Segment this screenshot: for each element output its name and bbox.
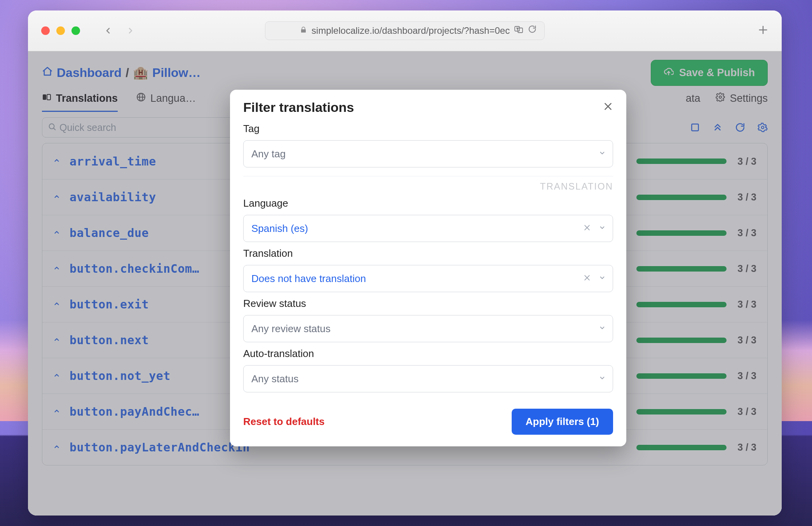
- browser-window: simplelocalize.io/dashboard/projects/?ha…: [28, 10, 782, 516]
- chevron-down-icon: [599, 274, 606, 283]
- field-label-tag: Tag: [243, 123, 613, 135]
- apply-filters-button[interactable]: Apply filters (1): [512, 409, 613, 435]
- close-window-button[interactable]: [41, 26, 50, 35]
- review-value: Any review status: [251, 323, 331, 335]
- browser-titlebar: simplelocalize.io/dashboard/projects/?ha…: [28, 10, 782, 51]
- reset-button[interactable]: Reset to defaults: [243, 416, 325, 428]
- svg-rect-1: [518, 28, 523, 33]
- auto-value: Any status: [251, 373, 298, 385]
- review-select[interactable]: Any review status: [243, 315, 613, 342]
- tag-select[interactable]: Any tag: [243, 140, 613, 167]
- maximize-window-button[interactable]: [71, 26, 80, 35]
- window-controls: [41, 26, 80, 35]
- forward-button[interactable]: [126, 23, 135, 38]
- field-label-language: Language: [243, 197, 613, 209]
- close-icon[interactable]: [603, 101, 613, 114]
- auto-translation-select[interactable]: Any status: [243, 365, 613, 392]
- back-button[interactable]: [103, 23, 113, 38]
- chevron-down-icon: [599, 224, 606, 233]
- language-select[interactable]: Spanish (es): [243, 215, 613, 242]
- new-tab-button[interactable]: [758, 23, 768, 39]
- nav-arrows: [103, 23, 135, 38]
- lock-icon: [300, 26, 307, 35]
- address-bar[interactable]: simplelocalize.io/dashboard/projects/?ha…: [265, 21, 545, 40]
- translation-select[interactable]: Does not have translation: [243, 265, 613, 292]
- url-text: simplelocalize.io/dashboard/projects/?ha…: [312, 25, 510, 36]
- translate-extension-icon[interactable]: [514, 25, 523, 37]
- section-label-translation: TRANSLATION: [243, 176, 613, 192]
- field-label-translation: Translation: [243, 247, 613, 260]
- filter-modal: Filter translations Tag Any tag TRANSLAT…: [230, 90, 626, 446]
- reload-icon[interactable]: [528, 25, 537, 37]
- minimize-window-button[interactable]: [56, 26, 65, 35]
- translation-value: Does not have translation: [251, 273, 366, 285]
- app-content: Dashboard / 🏨 Pillow… Save & Publish: [28, 51, 782, 516]
- chevron-down-icon: [599, 324, 606, 333]
- tag-value: Any tag: [251, 148, 286, 160]
- field-label-review: Review status: [243, 298, 613, 310]
- language-value: Spanish (es): [251, 223, 308, 235]
- chevron-down-icon: [599, 374, 606, 383]
- modal-title: Filter translations: [243, 100, 354, 115]
- chevron-down-icon: [599, 150, 606, 158]
- clear-icon[interactable]: [583, 223, 591, 234]
- clear-icon[interactable]: [583, 273, 591, 284]
- field-label-auto: Auto-translation: [243, 348, 613, 360]
